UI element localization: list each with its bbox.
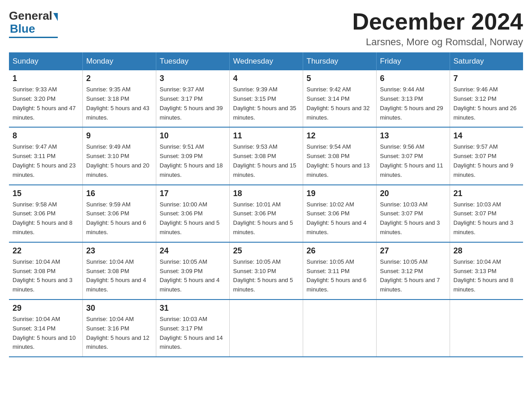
calendar-cell: 30 Sunrise: 10:04 AM Sunset: 3:16 PM Day… — [82, 300, 156, 357]
day-info: Sunrise: 9:57 AM Sunset: 3:07 PM Dayligh… — [454, 142, 520, 180]
day-number: 29 — [13, 304, 79, 313]
daylight-label: Daylight: 5 hours and 23 minutes. — [13, 162, 76, 178]
calendar-cell: 12 Sunrise: 9:54 AM Sunset: 3:08 PM Dayl… — [303, 127, 376, 184]
sunset-label: Sunset: 3:06 PM — [233, 210, 276, 217]
daylight-label: Daylight: 5 hours and 8 minutes. — [454, 277, 514, 293]
page-header: General Blue December 2024 Larsnes, More… — [9, 9, 523, 48]
day-info: Sunrise: 9:44 AM Sunset: 3:13 PM Dayligh… — [380, 85, 446, 122]
sunset-label: Sunset: 3:20 PM — [13, 95, 56, 102]
calendar-week-row: 1 Sunrise: 9:33 AM Sunset: 3:20 PM Dayli… — [9, 70, 523, 127]
calendar-cell — [229, 300, 303, 357]
calendar-cell: 10 Sunrise: 9:51 AM Sunset: 3:09 PM Dayl… — [156, 127, 229, 184]
sunrise-label: Sunrise: 9:37 AM — [160, 86, 204, 93]
sunset-label: Sunset: 3:13 PM — [380, 95, 423, 102]
sunrise-label: Sunrise: 10:05 AM — [307, 258, 354, 265]
daylight-label: Daylight: 5 hours and 3 minutes. — [380, 219, 440, 235]
calendar-week-row: 8 Sunrise: 9:47 AM Sunset: 3:11 PM Dayli… — [9, 127, 523, 184]
day-info: Sunrise: 9:33 AM Sunset: 3:20 PM Dayligh… — [13, 85, 79, 122]
location-title: Larsnes, More og Romsdal, Norway — [352, 36, 523, 48]
column-header-sunday: Sunday — [9, 52, 82, 70]
calendar-week-row: 22 Sunrise: 10:04 AM Sunset: 3:08 PM Day… — [9, 242, 523, 300]
day-number: 10 — [160, 131, 226, 141]
day-info: Sunrise: 10:00 AM Sunset: 3:06 PM Daylig… — [160, 200, 226, 237]
daylight-label: Daylight: 5 hours and 29 minutes. — [380, 105, 443, 121]
day-number: 31 — [160, 304, 226, 313]
column-header-friday: Friday — [376, 52, 450, 70]
calendar-cell: 1 Sunrise: 9:33 AM Sunset: 3:20 PM Dayli… — [9, 70, 82, 127]
day-info: Sunrise: 9:46 AM Sunset: 3:12 PM Dayligh… — [454, 85, 520, 122]
sunrise-label: Sunrise: 10:03 AM — [380, 201, 428, 208]
daylight-label: Daylight: 5 hours and 9 minutes. — [454, 162, 514, 178]
calendar-cell: 25 Sunrise: 10:05 AM Sunset: 3:10 PM Day… — [229, 242, 303, 300]
sunset-label: Sunset: 3:16 PM — [86, 325, 129, 332]
calendar-cell — [303, 300, 376, 357]
sunset-label: Sunset: 3:11 PM — [307, 268, 350, 274]
daylight-label: Daylight: 5 hours and 18 minutes. — [160, 162, 223, 178]
daylight-label: Daylight: 5 hours and 10 minutes. — [13, 334, 76, 351]
daylight-label: Daylight: 5 hours and 3 minutes. — [454, 219, 514, 235]
month-title: December 2024 — [352, 9, 523, 34]
sunset-label: Sunset: 3:10 PM — [233, 268, 276, 274]
daylight-label: Daylight: 5 hours and 32 minutes. — [307, 105, 370, 121]
day-info: Sunrise: 10:04 AM Sunset: 3:08 PM Daylig… — [86, 257, 152, 295]
sunrise-label: Sunrise: 9:35 AM — [86, 86, 131, 93]
day-info: Sunrise: 10:04 AM Sunset: 3:14 PM Daylig… — [13, 315, 79, 352]
day-number: 23 — [86, 246, 152, 256]
calendar-cell: 20 Sunrise: 10:03 AM Sunset: 3:07 PM Day… — [376, 185, 450, 242]
column-header-wednesday: Wednesday — [229, 52, 303, 70]
sunset-label: Sunset: 3:08 PM — [307, 153, 350, 159]
sunset-label: Sunset: 3:15 PM — [233, 95, 276, 102]
sunrise-label: Sunrise: 10:04 AM — [13, 316, 60, 322]
day-number: 16 — [86, 189, 152, 198]
day-info: Sunrise: 9:53 AM Sunset: 3:08 PM Dayligh… — [233, 142, 299, 180]
day-info: Sunrise: 9:39 AM Sunset: 3:15 PM Dayligh… — [233, 85, 299, 122]
daylight-label: Daylight: 5 hours and 12 minutes. — [86, 334, 150, 351]
calendar-week-row: 15 Sunrise: 9:58 AM Sunset: 3:06 PM Dayl… — [9, 185, 523, 242]
sunset-label: Sunset: 3:18 PM — [86, 95, 129, 102]
calendar-cell: 28 Sunrise: 10:04 AM Sunset: 3:13 PM Day… — [450, 242, 523, 300]
day-info: Sunrise: 10:02 AM Sunset: 3:06 PM Daylig… — [307, 200, 373, 237]
day-number: 5 — [307, 74, 373, 83]
sunset-label: Sunset: 3:07 PM — [454, 153, 497, 159]
sunset-label: Sunset: 3:10 PM — [86, 153, 129, 159]
daylight-label: Daylight: 5 hours and 13 minutes. — [307, 162, 370, 178]
daylight-label: Daylight: 5 hours and 3 minutes. — [13, 277, 73, 293]
day-number: 1 — [13, 74, 79, 83]
day-info: Sunrise: 9:51 AM Sunset: 3:09 PM Dayligh… — [160, 142, 226, 180]
sunrise-label: Sunrise: 9:33 AM — [13, 86, 57, 93]
column-header-thursday: Thursday — [303, 52, 376, 70]
sunrise-label: Sunrise: 9:39 AM — [233, 86, 278, 93]
daylight-label: Daylight: 5 hours and 35 minutes. — [233, 105, 296, 121]
day-info: Sunrise: 10:03 AM Sunset: 3:07 PM Daylig… — [454, 200, 520, 237]
daylight-label: Daylight: 5 hours and 6 minutes. — [86, 219, 146, 235]
calendar-cell: 4 Sunrise: 9:39 AM Sunset: 3:15 PM Dayli… — [229, 70, 303, 127]
daylight-label: Daylight: 5 hours and 11 minutes. — [380, 162, 443, 178]
sunset-label: Sunset: 3:06 PM — [307, 210, 350, 217]
day-info: Sunrise: 9:54 AM Sunset: 3:08 PM Dayligh… — [307, 142, 373, 180]
calendar-cell: 9 Sunrise: 9:49 AM Sunset: 3:10 PM Dayli… — [82, 127, 156, 184]
calendar-cell: 23 Sunrise: 10:04 AM Sunset: 3:08 PM Day… — [82, 242, 156, 300]
daylight-label: Daylight: 5 hours and 47 minutes. — [13, 105, 76, 121]
sunrise-label: Sunrise: 9:56 AM — [380, 143, 425, 150]
sunset-label: Sunset: 3:06 PM — [160, 210, 203, 217]
calendar-cell — [376, 300, 450, 357]
sunset-label: Sunset: 3:07 PM — [454, 210, 497, 217]
calendar-cell: 15 Sunrise: 9:58 AM Sunset: 3:06 PM Dayl… — [9, 185, 82, 242]
day-number: 4 — [233, 74, 299, 83]
daylight-label: Daylight: 5 hours and 14 minutes. — [160, 334, 223, 351]
daylight-label: Daylight: 5 hours and 43 minutes. — [86, 105, 150, 121]
column-header-tuesday: Tuesday — [156, 52, 229, 70]
sunset-label: Sunset: 3:11 PM — [13, 153, 56, 159]
day-number: 18 — [233, 189, 299, 198]
sunrise-label: Sunrise: 9:57 AM — [454, 143, 498, 150]
daylight-label: Daylight: 5 hours and 4 minutes. — [307, 219, 367, 235]
day-info: Sunrise: 9:35 AM Sunset: 3:18 PM Dayligh… — [86, 85, 152, 122]
sunrise-label: Sunrise: 10:00 AM — [160, 201, 207, 208]
calendar-cell: 2 Sunrise: 9:35 AM Sunset: 3:18 PM Dayli… — [82, 70, 156, 127]
logo-blue-text: Blue — [10, 22, 35, 36]
daylight-label: Daylight: 5 hours and 15 minutes. — [233, 162, 296, 178]
day-number: 24 — [160, 246, 226, 256]
day-info: Sunrise: 9:42 AM Sunset: 3:14 PM Dayligh… — [307, 85, 373, 122]
sunrise-label: Sunrise: 9:54 AM — [307, 143, 351, 150]
sunrise-label: Sunrise: 9:58 AM — [13, 201, 57, 208]
